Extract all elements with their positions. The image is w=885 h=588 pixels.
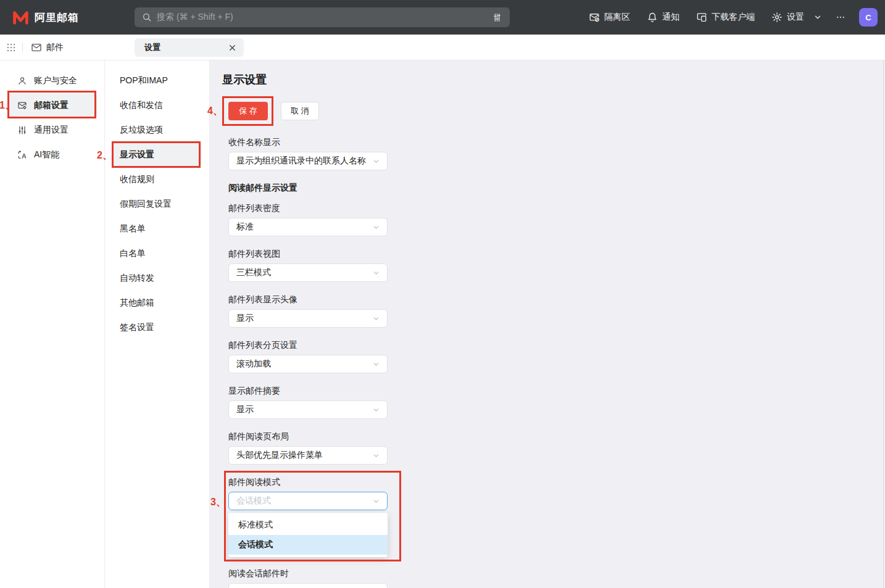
select-value: 显示	[236, 313, 254, 324]
tab-settings[interactable]: 设置	[135, 38, 244, 57]
notifications-button[interactable]: 通知	[647, 12, 679, 23]
list-avatar-select[interactable]: 显示	[228, 309, 388, 328]
page-title: 显示设置	[222, 73, 885, 86]
select-chevron-icon	[373, 361, 380, 368]
subnav-label: 收信和发信	[120, 100, 163, 111]
subnav-label: 自动转发	[120, 273, 154, 284]
brand-name: 阿里邮箱	[35, 10, 79, 25]
subnav-item-other-mailbox[interactable]: 其他邮箱	[112, 291, 202, 315]
download-label: 下载客户端	[712, 12, 755, 23]
recipient-name-display-select[interactable]: 显示为组织通讯录中的联系人名称	[228, 152, 388, 170]
select-chevron-icon	[373, 452, 380, 459]
mailbox-gear-icon	[17, 101, 27, 110]
field-label: 邮件列表视图	[228, 247, 388, 260]
select-value: 滚动加载	[236, 358, 271, 370]
reading-mode-select[interactable]: 会话模式	[228, 492, 388, 510]
divider	[22, 43, 23, 52]
subnav-label: 黑名单	[120, 223, 146, 234]
subnav-item-signature[interactable]: 签名设置	[112, 315, 202, 340]
select-value: 头部优先显示操作菜单	[236, 450, 323, 461]
field-label: 收件名称显示	[228, 136, 388, 148]
select-value: 会话模式	[236, 495, 271, 507]
field-label: 邮件列表分页设置	[228, 339, 388, 351]
field-mail-summary: 显示邮件摘要 显示	[228, 384, 388, 419]
field-label: 邮件列表显示头像	[228, 293, 388, 305]
quarantine-mail-icon	[589, 12, 600, 23]
select-chevron-icon	[373, 158, 380, 165]
cancel-button[interactable]: 取 消	[281, 102, 319, 120]
bell-icon	[647, 12, 658, 23]
field-recipient-name-display: 收件名称显示 显示为组织通讯录中的联系人名称	[228, 136, 388, 170]
notifications-label: 通知	[662, 12, 679, 23]
subnav-item-blacklist[interactable]: 黑名单	[112, 217, 202, 241]
subnav-label: 签名设置	[120, 322, 154, 333]
subnav-item-whitelist[interactable]: 白名单	[112, 241, 202, 266]
field-label: 阅读会话邮件时	[228, 567, 388, 579]
subnav-item-send-receive[interactable]: 收信和发信	[112, 93, 202, 118]
section-header: 阅读邮件显示设置	[228, 181, 388, 194]
chevron-down-icon[interactable]	[814, 14, 821, 21]
list-view-select[interactable]: 三栏模式	[228, 263, 388, 282]
tab-label: 设置	[144, 42, 160, 53]
sidebar-item-label: 通用设置	[34, 125, 69, 136]
field-list-pagination: 邮件列表分页设置 滚动加载	[228, 339, 388, 373]
sidebar-item-account-security[interactable]: 账户与安全	[7, 68, 97, 93]
mailbox-settings-subnav: POP和IMAP 收信和发信 反垃圾选项 显示设置 收信规则 假期回复设置 黑名…	[105, 60, 210, 588]
gear-icon	[771, 12, 783, 23]
subnav-label: 白名单	[120, 248, 146, 259]
settings-button[interactable]: 设置	[771, 12, 821, 23]
field-reading-mode: 邮件阅读模式 会话模式	[228, 476, 388, 510]
subnav-item-pop-imap[interactable]: POP和IMAP	[112, 68, 202, 93]
subnav-item-display-settings[interactable]: 显示设置	[112, 143, 202, 167]
close-icon[interactable]	[228, 44, 236, 52]
field-list-view: 邮件列表视图 三栏模式	[228, 247, 388, 282]
subnav-item-antispam[interactable]: 反垃圾选项	[112, 118, 202, 143]
dropdown-option-conversation[interactable]: 会话模式	[228, 535, 388, 555]
reading-conversation-select[interactable]	[228, 583, 388, 588]
subnav-label: POP和IMAP	[120, 75, 168, 86]
subnav-item-vacation-reply[interactable]: 假期回复设置	[112, 192, 202, 217]
search-placeholder: 搜索 (⌘ + Shift + F)	[157, 12, 487, 23]
select-chevron-icon	[373, 407, 380, 413]
mail-app-entry[interactable]: 邮件	[31, 35, 64, 60]
subnav-label: 其他邮箱	[120, 297, 154, 308]
field-label: 邮件阅读模式	[228, 476, 388, 488]
search-input[interactable]: 搜索 (⌘ + Shift + F)	[135, 7, 510, 27]
field-list-density: 邮件列表密度 标准	[228, 202, 388, 236]
quarantine-button[interactable]: 隔离区	[589, 12, 630, 23]
subnav-label: 假期回复设置	[120, 199, 172, 210]
sidebar-item-general-settings[interactable]: 通用设置	[7, 118, 97, 143]
sidebar-item-ai[interactable]: AI智能	[7, 143, 97, 167]
sidebar-item-label: AI智能	[34, 149, 59, 160]
mail-summary-select[interactable]: 显示	[228, 400, 388, 419]
person-icon	[17, 76, 27, 86]
settings-label: 设置	[787, 12, 804, 23]
field-label: 显示邮件摘要	[228, 384, 388, 397]
subnav-item-auto-forward[interactable]: 自动转发	[112, 266, 202, 291]
content: 账户与安全 邮箱设置 通用设置 AI智能 POP和IMAP 收信和发信 反垃圾选…	[0, 60, 885, 588]
select-value: 显示为组织通讯录中的联系人名称	[236, 155, 366, 167]
scrollbar-track[interactable]	[883, 60, 884, 588]
sidebar-item-mailbox-settings[interactable]: 邮箱设置	[7, 93, 97, 118]
field-reading-conversation: 阅读会话邮件时	[228, 567, 388, 588]
select-value: 显示	[236, 404, 254, 415]
download-client-button[interactable]: 下载客户端	[696, 12, 755, 23]
display-settings-panel: 显示设置 保 存 取 消 收件名称显示 显示为组织通讯录中的联系人名称 阅读邮件…	[210, 60, 885, 588]
save-button[interactable]: 保 存	[228, 102, 268, 120]
reading-layout-select[interactable]: 头部优先显示操作菜单	[228, 446, 388, 465]
select-chevron-icon	[373, 498, 380, 505]
filter-sliders-icon[interactable]	[492, 12, 502, 23]
select-chevron-icon	[373, 270, 380, 276]
ellipsis-icon[interactable]	[836, 12, 846, 22]
select-value: 标准	[236, 222, 254, 233]
list-pagination-select[interactable]: 滚动加载	[228, 355, 388, 373]
subnav-label: 反垃圾选项	[120, 125, 163, 136]
alimail-logo-icon	[12, 10, 29, 25]
apps-grid-icon[interactable]	[6, 43, 16, 52]
subnav-item-rules[interactable]: 收信规则	[112, 167, 202, 192]
subnav-label: 显示设置	[120, 149, 154, 160]
list-density-select[interactable]: 标准	[228, 218, 388, 236]
dropdown-option-standard[interactable]: 标准模式	[228, 515, 388, 535]
avatar[interactable]: C	[859, 8, 878, 27]
sliders-icon	[17, 125, 27, 135]
